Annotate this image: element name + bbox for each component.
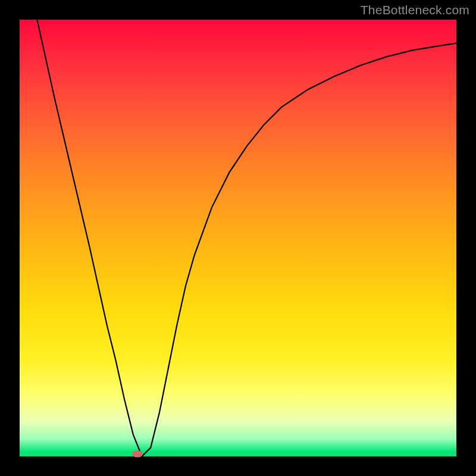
chart-frame: TheBottleneck.com	[0, 0, 476, 476]
curve-path	[37, 20, 456, 456]
plot-area	[20, 20, 456, 456]
min-marker	[133, 450, 143, 457]
watermark-text: TheBottleneck.com	[361, 3, 469, 17]
bottleneck-curve	[20, 20, 456, 456]
